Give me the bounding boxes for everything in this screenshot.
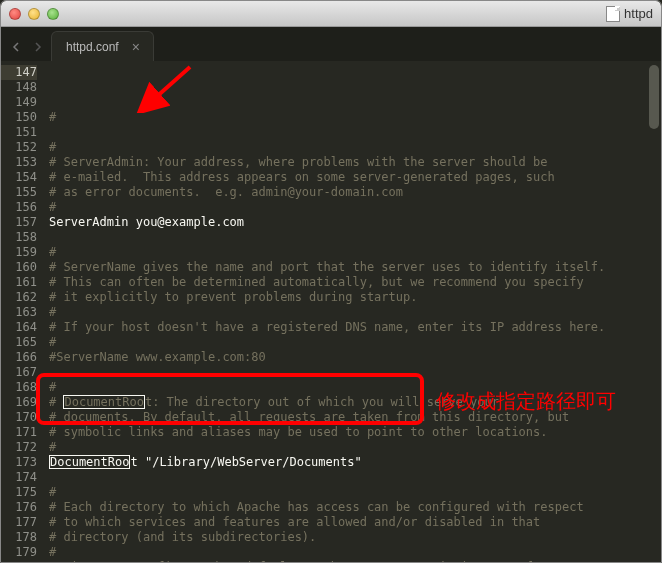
line-number: 176 xyxy=(1,500,37,515)
close-button[interactable] xyxy=(9,8,21,20)
code-line[interactable]: # xyxy=(49,140,661,155)
tab-strip: httpd.conf × xyxy=(1,27,661,61)
code-line[interactable]: # ServerAdmin: Your address, where probl… xyxy=(49,155,661,170)
line-number: 155 xyxy=(1,185,37,200)
code-area[interactable]: # ## ServerAdmin: Your address, where pr… xyxy=(45,61,661,562)
code-line[interactable]: # directory (and its subdirectories). xyxy=(49,530,661,545)
code-line[interactable]: # xyxy=(49,200,661,215)
tab-httpd-conf[interactable]: httpd.conf × xyxy=(51,31,154,61)
code-line[interactable]: DocumentRoot "/Library/WebServer/Documen… xyxy=(49,455,661,470)
window-titlebar: httpd xyxy=(1,1,661,27)
line-number: 160 xyxy=(1,260,37,275)
line-number: 150 xyxy=(1,110,37,125)
line-number: 170 xyxy=(1,410,37,425)
line-number: 165 xyxy=(1,335,37,350)
code-line[interactable] xyxy=(49,365,661,380)
line-number: 159 xyxy=(1,245,37,260)
line-number: 177 xyxy=(1,515,37,530)
line-number: 166 xyxy=(1,350,37,365)
code-line[interactable]: # xyxy=(49,335,661,350)
line-number: 158 xyxy=(1,230,37,245)
line-number: 174 xyxy=(1,470,37,485)
maximize-button[interactable] xyxy=(47,8,59,20)
code-line[interactable]: # xyxy=(49,245,661,260)
line-number: 151 xyxy=(1,125,37,140)
line-number: 153 xyxy=(1,155,37,170)
line-number: 161 xyxy=(1,275,37,290)
code-line[interactable]: # symbolic links and aliases may be used… xyxy=(49,425,661,440)
code-line[interactable]: # it explicitly to prevent problems duri… xyxy=(49,290,661,305)
code-line[interactable]: #ServerName www.example.com:80 xyxy=(49,350,661,365)
code-line[interactable] xyxy=(49,230,661,245)
code-line[interactable]: # e-mailed. This address appears on some… xyxy=(49,170,661,185)
code-line[interactable]: # to which services and features are all… xyxy=(49,515,661,530)
code-line[interactable] xyxy=(49,125,661,140)
code-line[interactable]: # DocumentRoot: The directory out of whi… xyxy=(49,395,661,410)
line-number: 172 xyxy=(1,440,37,455)
line-number: 147 xyxy=(1,65,37,80)
line-number: 164 xyxy=(1,320,37,335)
window-file-label: httpd xyxy=(624,6,653,21)
line-number: 148 xyxy=(1,80,37,95)
document-icon xyxy=(606,6,620,22)
line-number: 171 xyxy=(1,425,37,440)
nav-forward-button[interactable] xyxy=(29,33,47,61)
code-line[interactable]: ServerAdmin you@example.com xyxy=(49,215,661,230)
line-number: 163 xyxy=(1,305,37,320)
minimize-button[interactable] xyxy=(28,8,40,20)
editor[interactable]: 1471481491501511521531541551561571581591… xyxy=(1,61,661,562)
gutter: 1471481491501511521531541551561571581591… xyxy=(1,61,45,562)
code-line[interactable]: # xyxy=(49,380,661,395)
line-number: 178 xyxy=(1,530,37,545)
code-line[interactable]: # This can often be determined automatic… xyxy=(49,275,661,290)
line-number: 179 xyxy=(1,545,37,560)
code-line[interactable] xyxy=(49,470,661,485)
line-number: 156 xyxy=(1,200,37,215)
line-number: 152 xyxy=(1,140,37,155)
line-number: 167 xyxy=(1,365,37,380)
line-number: 157 xyxy=(1,215,37,230)
code-line[interactable]: # documents. By default, all requests ar… xyxy=(49,410,661,425)
line-number: 162 xyxy=(1,290,37,305)
code-line[interactable]: # ServerName gives the name and port tha… xyxy=(49,260,661,275)
code-line[interactable]: # as error documents. e.g. admin@your-do… xyxy=(49,185,661,200)
code-line[interactable]: # xyxy=(49,440,661,455)
vertical-scrollbar[interactable] xyxy=(649,65,659,129)
nav-back-button[interactable] xyxy=(7,33,25,61)
traffic-lights xyxy=(9,8,59,20)
code-line[interactable]: # xyxy=(49,545,661,560)
code-line[interactable]: # If your host doesn't have a registered… xyxy=(49,320,661,335)
code-line[interactable]: # xyxy=(49,305,661,320)
line-number: 173 xyxy=(1,455,37,470)
line-number: 149 xyxy=(1,95,37,110)
code-line[interactable]: # xyxy=(49,110,661,125)
line-number: 154 xyxy=(1,170,37,185)
tab-label: httpd.conf xyxy=(66,40,119,54)
line-number: 175 xyxy=(1,485,37,500)
line-number: 169 xyxy=(1,395,37,410)
tab-close-button[interactable]: × xyxy=(129,40,143,54)
code-line[interactable]: # Each directory to which Apache has acc… xyxy=(49,500,661,515)
window-title: httpd xyxy=(606,6,653,22)
code-line[interactable]: # xyxy=(49,485,661,500)
line-number: 168 xyxy=(1,380,37,395)
